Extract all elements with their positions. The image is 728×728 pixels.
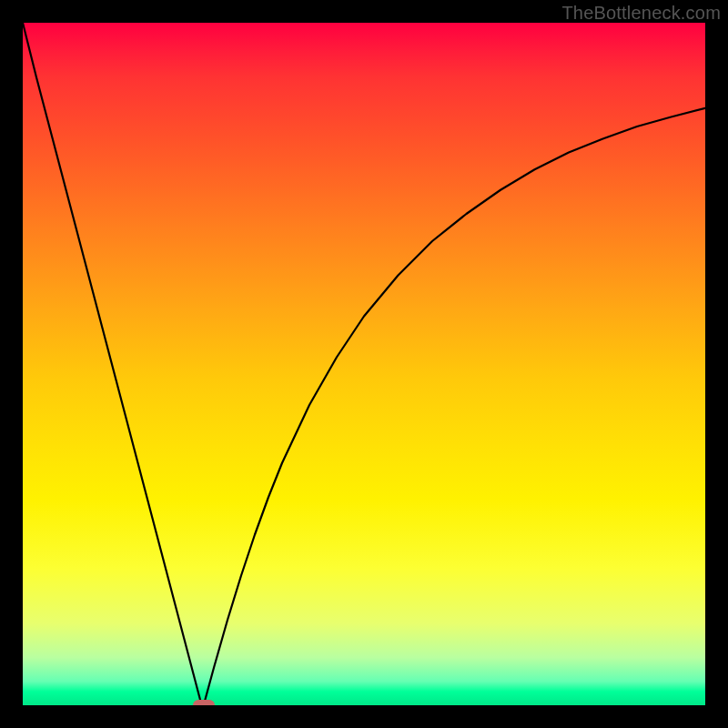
curve-layer <box>23 23 705 705</box>
plot-area <box>23 23 705 705</box>
optimal-marker <box>193 700 215 705</box>
chart-frame: TheBottleneck.com <box>0 0 728 728</box>
bottleneck-curve <box>23 23 705 705</box>
watermark-text: TheBottleneck.com <box>561 3 721 24</box>
